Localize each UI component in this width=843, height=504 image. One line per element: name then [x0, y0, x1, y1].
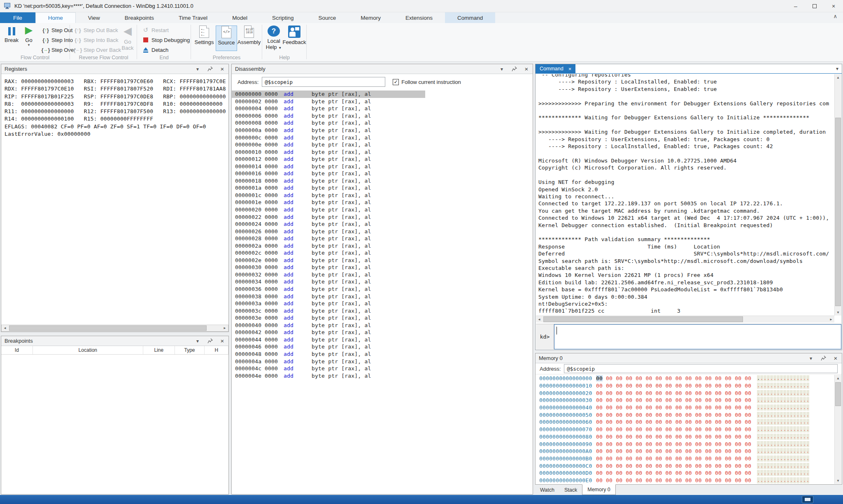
close-icon[interactable]: ×: [219, 338, 225, 344]
memory-row[interactable]: 000000000000003000 00 00 00 00 00 00 00 …: [539, 397, 834, 404]
settings-button[interactable]: •—•—•— Settings: [193, 26, 215, 51]
memory-row[interactable]: 000000000000005000 00 00 00 00 00 00 00 …: [539, 411, 834, 418]
scroll-up-icon[interactable]: ▲: [835, 74, 841, 81]
tab-file[interactable]: File: [0, 12, 35, 23]
disassembly-row[interactable]: 0000003c0000addbyte ptr [rax], al: [232, 307, 533, 314]
chevron-down-icon[interactable]: ▾: [836, 64, 842, 73]
memory-row[interactable]: 000000000000000000 00 00 00 00 00 00 00 …: [539, 375, 834, 382]
disassembly-row[interactable]: 000000480000addbyte ptr [rax], al: [232, 351, 533, 358]
disassembly-row[interactable]: 000000260000addbyte ptr [rax], al: [232, 228, 533, 235]
tab-time-travel[interactable]: Time Travel: [166, 12, 220, 23]
scroll-down-icon[interactable]: ▼: [835, 477, 841, 484]
disassembly-row[interactable]: 0000004a0000addbyte ptr [rax], al: [232, 358, 533, 365]
disassembly-row[interactable]: 000000200000addbyte ptr [rax], al: [232, 206, 533, 214]
pin-icon[interactable]: [207, 66, 213, 72]
scrollbar-thumb[interactable]: [835, 118, 841, 306]
scroll-up-icon[interactable]: ▲: [835, 375, 841, 381]
chevron-down-icon[interactable]: ▾: [808, 355, 814, 361]
breakpoints-column-type[interactable]: Type: [175, 346, 205, 354]
bottom-tab-stack[interactable]: Stack: [559, 485, 582, 495]
disassembly-row[interactable]: 0000004c0000addbyte ptr [rax], al: [232, 365, 533, 372]
maximize-button[interactable]: [805, 0, 824, 12]
tab-view[interactable]: View: [76, 12, 112, 23]
disassembly-address-input[interactable]: @$scopeip: [262, 77, 385, 87]
scrollbar-thumb[interactable]: [835, 382, 841, 406]
registers-hscrollbar[interactable]: ◄ ►: [1, 325, 228, 332]
detach-button[interactable]: Detach: [141, 45, 168, 54]
go-back-button[interactable]: ◀ GoBack: [119, 25, 137, 51]
tab-command[interactable]: Command: [445, 12, 495, 23]
memory-row[interactable]: 000000000000006000 00 00 00 00 00 00 00 …: [539, 418, 834, 426]
disassembly-row[interactable]: 000000360000addbyte ptr [rax], al: [232, 286, 533, 293]
minimize-button[interactable]: –: [786, 0, 805, 12]
memory-row[interactable]: 000000000000007000 00 00 00 00 00 00 00 …: [539, 426, 834, 433]
restart-button[interactable]: ↺ Restart: [141, 26, 169, 35]
stop-debugging-button[interactable]: Stop Debugging: [141, 35, 190, 44]
disassembly-row[interactable]: 000000080000addbyte ptr [rax], al: [232, 119, 533, 127]
memory-vscrollbar[interactable]: ▲ ▼: [834, 375, 841, 484]
breakpoints-column-line[interactable]: Line: [143, 346, 175, 354]
disassembly-row[interactable]: 000000240000addbyte ptr [rax], al: [232, 221, 533, 228]
disassembly-row[interactable]: 000000380000addbyte ptr [rax], al: [232, 293, 533, 300]
disassembly-row[interactable]: 000000100000addbyte ptr [rax], al: [232, 148, 533, 156]
scrollbar-thumb[interactable]: [9, 325, 207, 331]
chevron-down-icon[interactable]: ▾: [499, 66, 505, 72]
memory-row[interactable]: 00000000000000E000 00 00 00 00 00 00 00 …: [539, 477, 834, 484]
command-hscrollbar[interactable]: ◄ ►: [536, 316, 834, 323]
ribbon-collapse-icon[interactable]: ∧: [833, 13, 837, 19]
command-output[interactable]: -- Configuring repositories ----> Reposi…: [536, 74, 834, 316]
disassembly-row[interactable]: 0000002c0000addbyte ptr [rax], al: [232, 249, 533, 257]
bottom-tab-memory-0[interactable]: Memory 0: [582, 484, 616, 495]
assembly-button[interactable]: 01101010 Assembly: [237, 26, 261, 51]
memory-row[interactable]: 00000000000000B000 00 00 00 00 00 00 00 …: [539, 455, 834, 462]
disassembly-row[interactable]: 000000220000addbyte ptr [rax], al: [232, 213, 533, 221]
disassembly-row[interactable]: 000000460000addbyte ptr [rax], al: [232, 343, 533, 351]
disassembly-row[interactable]: 000000280000addbyte ptr [rax], al: [232, 235, 533, 242]
disassembly-row[interactable]: 0000000a0000addbyte ptr [rax], al: [232, 127, 533, 134]
tab-extensions[interactable]: Extensions: [393, 12, 445, 23]
memory-row[interactable]: 000000000000008000 00 00 00 00 00 00 00 …: [539, 433, 834, 441]
close-button[interactable]: ×: [824, 0, 843, 12]
memory-grid[interactable]: 000000000000000000 00 00 00 00 00 00 00 …: [536, 375, 834, 484]
disassembly-row[interactable]: 0000002a0000addbyte ptr [rax], al: [232, 242, 533, 249]
pin-icon[interactable]: [511, 66, 517, 72]
disassembly-row[interactable]: 0000001c0000addbyte ptr [rax], al: [232, 192, 533, 199]
local-help-button[interactable]: ? LocalHelp ▼: [263, 26, 284, 51]
disassembly-row[interactable]: 000000420000addbyte ptr [rax], al: [232, 329, 533, 336]
chevron-down-icon[interactable]: ▾: [195, 66, 200, 72]
memory-row[interactable]: 00000000000000A000 00 00 00 00 00 00 00 …: [539, 448, 834, 455]
memory-row[interactable]: 00000000000000D000 00 00 00 00 00 00 00 …: [539, 469, 834, 477]
disassembly-row[interactable]: 0000001e0000addbyte ptr [rax], al: [232, 199, 533, 206]
scroll-left-icon[interactable]: ◄: [536, 316, 543, 323]
scrollbar-thumb[interactable]: [543, 316, 743, 322]
disassembly-row[interactable]: 000000340000addbyte ptr [rax], al: [232, 278, 533, 286]
step-out-back-button[interactable]: {↑} Step Out Back: [73, 26, 118, 35]
pin-icon[interactable]: [820, 355, 826, 361]
disassembly-row[interactable]: 000000160000addbyte ptr [rax], al: [232, 170, 533, 177]
disassembly-row[interactable]: 000000040000addbyte ptr [rax], al: [232, 105, 533, 112]
disassembly-row[interactable]: 000000400000addbyte ptr [rax], al: [232, 322, 533, 329]
memory-row[interactable]: 000000000000001000 00 00 00 00 00 00 00 …: [539, 382, 834, 390]
scroll-right-icon[interactable]: ►: [221, 325, 228, 331]
breakpoints-column-id[interactable]: Id: [1, 346, 33, 354]
break-button[interactable]: Break: [2, 25, 21, 51]
disassembly-row[interactable]: 000000320000addbyte ptr [rax], al: [232, 271, 533, 279]
disassembly-row[interactable]: 0000001a0000addbyte ptr [rax], al: [232, 184, 533, 192]
source-button[interactable]: </> Source: [216, 26, 237, 51]
close-icon[interactable]: ×: [568, 66, 572, 72]
disassembly-row[interactable]: 0000000e0000addbyte ptr [rax], al: [232, 141, 533, 149]
disassembly-row[interactable]: 000000120000addbyte ptr [rax], al: [232, 156, 533, 163]
tab-source[interactable]: Source: [306, 12, 348, 23]
step-into-back-button[interactable]: {↓} Step Into Back: [73, 35, 119, 44]
disassembly-row[interactable]: 0000000c0000addbyte ptr [rax], al: [232, 134, 533, 141]
disassembly-row[interactable]: 0000002e0000addbyte ptr [rax], al: [232, 257, 533, 264]
tab-scripting[interactable]: Scripting: [260, 12, 306, 23]
breakpoints-column-h[interactable]: H: [205, 346, 228, 354]
tab-memory[interactable]: Memory: [348, 12, 393, 23]
disassembly-row[interactable]: 000000180000addbyte ptr [rax], al: [232, 177, 533, 185]
tab-breakpoints[interactable]: Breakpoints: [112, 12, 166, 23]
bottom-tab-watch[interactable]: Watch: [535, 485, 559, 495]
disassembly-row[interactable]: 000000140000addbyte ptr [rax], al: [232, 163, 533, 170]
disassembly-listing[interactable]: 000000000000addbyte ptr [rax], al0000000…: [232, 90, 533, 379]
scroll-right-icon[interactable]: ►: [828, 316, 834, 323]
